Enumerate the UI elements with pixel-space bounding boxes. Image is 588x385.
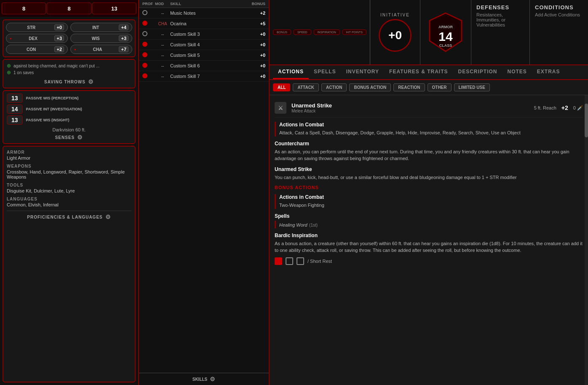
tab-features[interactable]: FEATURES & TRAITS	[384, 65, 453, 79]
rest-box-3[interactable]	[297, 257, 304, 265]
filter-other[interactable]: OTHER	[428, 83, 452, 91]
header-stat-speed: SPEED	[294, 29, 311, 35]
actions-content: ⚔ Unarmed Strike Melee Attack 5 ft. Reac…	[270, 95, 588, 385]
rest-label: / Short Rest	[307, 259, 332, 264]
advantage-icon: ⊕	[7, 63, 11, 69]
filter-bonus-action[interactable]: BONUS ACTION	[349, 83, 391, 91]
prof-dot-custom5	[142, 52, 147, 57]
ability-wis[interactable]: WIS +3	[70, 34, 132, 43]
header-stat-inspiration: INSPIRATION	[314, 29, 340, 35]
skill-mod-music: --	[155, 11, 170, 16]
saving-throws-footer: SAVING THROWS ⚙	[7, 78, 131, 85]
bardic-inspiration-block: Bardic Inspiration As a bonus action, a …	[275, 233, 583, 265]
skill-row-custom5[interactable]: -- Custom Skill 5 +0	[139, 50, 269, 61]
tab-actions[interactable]: ACTIONS	[273, 65, 309, 79]
skill-row-music-notes[interactable]: -- Music Notes +2	[139, 8, 269, 19]
unarmed-strike-desc-block: Unarmed Strike You can punch, kick, head…	[275, 166, 583, 181]
scroll-thumb	[585, 104, 588, 137]
filter-bar: ALL ATTACK ACTION BONUS ACTION REACTION …	[270, 80, 588, 95]
bonus-combat-title: Actions in Combat	[279, 194, 583, 200]
proficiencies-panel: ARMOR Light Armor WEAPONS Crossbow, Hand…	[3, 146, 136, 382]
attack-info: Unarmed Strike Melee Attack	[291, 102, 529, 113]
ability-int[interactable]: INT +4	[70, 23, 132, 32]
skills-col-skill: SKILL	[170, 2, 240, 6]
spell-level: (1st)	[309, 223, 318, 227]
rest-box-2[interactable]	[286, 257, 293, 265]
ability-row-1: STR +0 INT +4	[6, 23, 132, 32]
skill-mod-ocarina: CHA	[155, 21, 170, 26]
skills-gear-icon[interactable]: ⚙	[210, 376, 215, 382]
tab-extras[interactable]: EXTRAS	[532, 65, 565, 79]
ability-row-3: CON +2 ● CHA +7	[6, 45, 132, 54]
skill-row-custom6[interactable]: -- Custom Skill 6 +0	[139, 61, 269, 71]
ability-dex[interactable]: ● DEX +3	[6, 34, 68, 43]
rest-tracker: / Short Rest	[275, 257, 583, 265]
header-stats-row: BONUS SPEED INSPIRATION HIT POINTS	[273, 29, 366, 35]
filter-limited-use[interactable]: LIMITED USE	[454, 83, 490, 91]
darkvision-text: Darkvision 60 ft.	[7, 127, 131, 132]
filter-attack[interactable]: ATTACK	[293, 83, 319, 91]
skill-name-custom5: Custom Skill 5	[170, 53, 240, 58]
attack-type: Melee Attack	[291, 109, 529, 113]
filter-all[interactable]: ALL	[273, 83, 290, 91]
conditions-section: CONDITIONS Add Active Conditions	[530, 0, 588, 64]
skill-row-custom7[interactable]: -- Custom Skill 7 +0	[139, 71, 269, 82]
svg-text:14: 14	[438, 29, 453, 43]
unarmed-strike-content: You can punch, kick, head-butt, or use a…	[275, 174, 583, 181]
skill-bonus-custom5: +0	[240, 53, 265, 58]
ability-row-2: ● DEX +3 WIS +3	[6, 34, 132, 43]
armor-shield-icon: ARMOR 14 CLASS	[429, 12, 462, 52]
skill-bonus-music: +2	[240, 11, 265, 16]
skill-name-custom4: Custom Skill 4	[170, 42, 240, 47]
skill-row-custom3[interactable]: -- Custom Skill 3 +0	[139, 29, 269, 40]
prof-dot-ocarina	[142, 21, 147, 26]
skills-col-bonus: BONUS	[240, 2, 265, 6]
prof-dot-custom3	[142, 31, 147, 36]
stats-bar: 8 8 13	[0, 0, 138, 17]
skills-panel: PROF MOD SKILL BONUS -- Music Notes +2 C…	[139, 0, 270, 385]
svg-text:ARMOR: ARMOR	[438, 25, 453, 29]
senses-gear-icon[interactable]: ⚙	[77, 134, 83, 141]
skills-footer: SKILLS ⚙	[139, 373, 269, 385]
skill-row-ocarina[interactable]: CHA Ocarina +5	[139, 19, 269, 29]
tab-spells[interactable]: SPELLS	[309, 65, 341, 79]
initiative-label: INITIATIVE	[380, 13, 410, 17]
initiative-circle: +0	[379, 19, 412, 52]
header-stat-hp: HIT POINTS	[342, 29, 366, 35]
tab-description[interactable]: DESCRIPTION	[453, 65, 502, 79]
countercharm-title: Countercharm	[275, 141, 583, 147]
skill-mod-custom4: --	[155, 43, 170, 47]
spells-content-block: Healing Word (1st)	[275, 221, 583, 228]
right-panel: BONUS SPEED INSPIRATION HIT POINTS INITI…	[270, 0, 588, 385]
attack-unarmed-strike[interactable]: ⚔ Unarmed Strike Melee Attack 5 ft. Reac…	[275, 99, 583, 118]
unarmed-strike-title: Unarmed Strike	[275, 166, 583, 172]
countercharm-content: As an action, you can perform until the …	[275, 148, 583, 162]
prof-dot-custom4	[142, 42, 147, 47]
skill-mod-custom7: --	[155, 74, 170, 79]
saving-throws-gear-icon[interactable]: ⚙	[88, 78, 94, 85]
saving-throw-note-1: ⊕ against being charmed, and magic can't…	[7, 62, 131, 69]
tab-inventory[interactable]: INVENTORY	[341, 65, 384, 79]
stat-item-2: 8	[47, 3, 91, 14]
passive-insight: 13 PASSIVE WIS (INSIGHT)	[7, 115, 131, 125]
healing-word-spell: Healing Word	[279, 222, 307, 227]
proficiencies-gear-icon[interactable]: ⚙	[105, 214, 111, 220]
saving-throws-panel: ⊕ against being charmed, and magic can't…	[3, 59, 136, 88]
tab-notes[interactable]: NOTES	[502, 65, 532, 79]
skill-mod-custom6: --	[155, 64, 170, 68]
filter-action[interactable]: ACTION	[321, 83, 347, 91]
skill-bonus-custom3: +0	[240, 32, 265, 37]
ability-str[interactable]: STR +0	[6, 23, 68, 32]
rest-box-1[interactable]	[275, 257, 282, 265]
skill-row-custom4[interactable]: -- Custom Skill 4 +0	[139, 40, 269, 50]
scroll-track	[585, 95, 588, 385]
initiative-section: INITIATIVE +0	[370, 0, 420, 64]
ability-con[interactable]: CON +2	[6, 45, 68, 54]
prof-languages: LANGUAGES Common, Elvish, Infernal	[7, 197, 131, 207]
passive-perception: 13 PASSIVE WIS (PERCEPTION)	[7, 94, 131, 103]
ability-cha[interactable]: ● CHA +7	[70, 45, 132, 54]
attack-range: 5 ft. Reach	[534, 105, 556, 110]
prof-dot-custom6	[142, 63, 147, 68]
filter-reaction[interactable]: REACTION	[393, 83, 425, 91]
header-stat-bonus: BONUS	[273, 29, 291, 35]
